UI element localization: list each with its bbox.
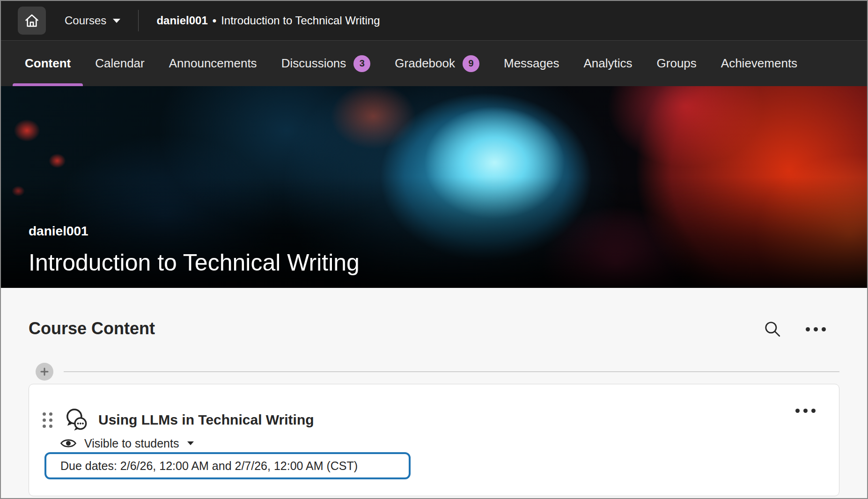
item-title-row: Using LLMs in Technical Writing: [43, 406, 314, 434]
courses-label: Courses: [65, 14, 106, 27]
separator-dot: •: [213, 14, 216, 27]
tab-label: Analytics: [584, 56, 633, 71]
tab-count-badge: 3: [353, 55, 370, 72]
content-item-card: Using LLMs in Technical Writing Visible …: [29, 384, 839, 496]
add-content-row: [36, 363, 839, 381]
tab-discussions[interactable]: Discussions3: [281, 41, 371, 86]
home-icon: [24, 13, 40, 29]
tab-analytics[interactable]: Analytics: [584, 41, 633, 86]
plus-icon: [40, 367, 49, 376]
course-id: daniel001: [156, 14, 207, 27]
main-content: Course Content: [1, 288, 867, 498]
tab-label: Content: [25, 56, 71, 71]
search-button[interactable]: [761, 318, 784, 340]
course-banner-image: daniel001 Introduction to Technical Writ…: [1, 86, 867, 288]
search-icon: [764, 320, 781, 338]
course-nav-tabs: ContentCalendarAnnouncementsDiscussions3…: [1, 40, 867, 86]
tab-achievements[interactable]: Achievements: [721, 41, 797, 86]
item-menu-button[interactable]: [792, 401, 818, 420]
ellipsis-icon: [806, 327, 826, 331]
tab-label: Messages: [504, 56, 559, 71]
tab-count-badge: 9: [463, 55, 479, 72]
app-window: Courses daniel001 • Introduction to Tech…: [0, 0, 868, 499]
tab-label: Groups: [657, 56, 697, 71]
tab-label: Achievements: [721, 56, 797, 71]
breadcrumb-course-title: daniel001 • Introduction to Technical Wr…: [156, 14, 380, 27]
tab-groups[interactable]: Groups: [657, 41, 697, 86]
due-dates-highlight-box: Due dates: 2/6/26, 12:00 AM and 2/7/26, …: [44, 452, 411, 479]
due-dates-text: Due dates: 2/6/26, 12:00 AM and 2/7/26, …: [60, 459, 358, 473]
tab-calendar[interactable]: Calendar: [95, 41, 145, 86]
banner-course-id: daniel001: [29, 224, 88, 239]
chevron-down-icon: [187, 441, 194, 445]
visibility-label: Visible to students: [84, 437, 179, 450]
tab-gradebook[interactable]: Gradebook9: [395, 41, 479, 86]
add-content-divider-line: [64, 371, 839, 372]
tab-messages[interactable]: Messages: [504, 41, 559, 86]
home-button[interactable]: [18, 7, 46, 35]
tab-label: Gradebook: [395, 56, 455, 71]
tab-label: Calendar: [95, 56, 145, 71]
visibility-dropdown[interactable]: Visible to students: [60, 435, 194, 452]
top-bar: Courses daniel001 • Introduction to Tech…: [1, 1, 867, 40]
ellipsis-icon: [795, 409, 816, 413]
tab-label: Discussions: [281, 56, 346, 71]
eye-icon: [60, 437, 77, 449]
chevron-down-icon: [113, 19, 120, 23]
tab-content[interactable]: Content: [25, 41, 71, 86]
discussion-bubbles-icon: [63, 406, 90, 433]
add-content-button[interactable]: [36, 363, 53, 381]
course-content-menu-button[interactable]: [804, 318, 827, 340]
tab-label: Announcements: [169, 56, 257, 71]
courses-menu-button[interactable]: Courses: [65, 14, 120, 27]
item-title-link[interactable]: Using LLMs in Technical Writing: [98, 412, 314, 428]
drag-handle-icon[interactable]: [43, 412, 52, 428]
course-name: Introduction to Technical Writing: [221, 14, 380, 27]
page-title: Course Content: [29, 319, 155, 338]
topbar-divider: [138, 10, 139, 31]
tab-announcements[interactable]: Announcements: [169, 41, 257, 86]
banner-course-title: Introduction to Technical Writing: [29, 249, 360, 276]
